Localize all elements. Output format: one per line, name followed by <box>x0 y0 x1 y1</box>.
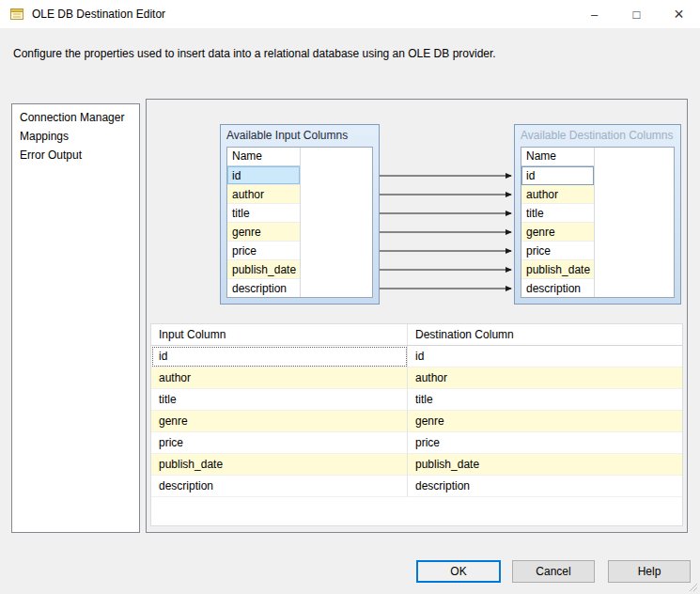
grid-cell-input[interactable]: genre <box>151 411 408 432</box>
grid-cell-destination[interactable]: publish_date <box>408 454 682 476</box>
grid-cell-destination[interactable]: genre <box>408 411 682 432</box>
grid-cell-input[interactable]: author <box>151 367 408 389</box>
cancel-button[interactable]: Cancel <box>512 560 595 583</box>
grid-row-genre: genre genre <box>151 411 682 432</box>
destination-row-description[interactable]: description <box>521 279 594 298</box>
input-row-price[interactable]: price <box>227 242 300 260</box>
sidebar-item-mappings[interactable]: Mappings <box>12 127 139 146</box>
grid-header-row: Input Column Destination Column <box>151 324 682 346</box>
destination-name-column: Name id author title genre price publish… <box>521 148 595 297</box>
page-list: Connection Manager Mappings Error Output <box>11 103 140 533</box>
minimize-button[interactable]: – <box>573 0 615 28</box>
sidebar-item-connection-manager[interactable]: Connection Manager <box>12 108 139 127</box>
grid-row-title: title title <box>151 389 682 411</box>
window-title: OLE DB Destination Editor <box>32 0 165 28</box>
input-box-list: Name id author title genre price publish… <box>226 147 373 298</box>
grid-cell-destination[interactable]: price <box>408 432 682 454</box>
grid-row-description: description description <box>151 476 682 497</box>
input-name-column: Name id author title genre price publish… <box>227 148 301 297</box>
app-icon <box>9 7 24 22</box>
grid-cell-destination[interactable]: author <box>408 367 682 389</box>
destination-row-publish-date[interactable]: publish_date <box>521 260 594 279</box>
close-button[interactable]: × <box>658 0 700 28</box>
input-row-genre[interactable]: genre <box>227 223 300 242</box>
input-box-title: Available Input Columns <box>221 125 379 146</box>
sidebar-item-error-output[interactable]: Error Output <box>12 146 139 164</box>
available-destination-columns-box: Available Destination Columns Name id au… <box>514 124 681 305</box>
ok-button[interactable]: OK <box>416 560 501 583</box>
grid-cell-input[interactable]: title <box>151 389 408 411</box>
grid-cell-input[interactable]: id <box>151 346 408 367</box>
input-row-description[interactable]: description <box>227 279 300 298</box>
grid-cell-destination[interactable]: id <box>408 346 682 367</box>
grid-row-author: author author <box>151 367 682 389</box>
grid-cell-destination[interactable]: description <box>408 476 682 497</box>
dialog-description: Configure the properties used to insert … <box>13 47 680 60</box>
grid-cell-input[interactable]: price <box>151 432 408 454</box>
grid-cell-destination[interactable]: title <box>408 389 682 411</box>
grid-row-price: price price <box>151 432 682 454</box>
available-input-columns-box: Available Input Columns Name id author t… <box>220 124 380 305</box>
ole-db-destination-editor-dialog: OLE DB Destination Editor – □ × Configur… <box>0 0 700 594</box>
grid-cell-input[interactable]: publish_date <box>151 454 408 476</box>
destination-name-header: Name <box>521 148 594 166</box>
window-controls: – □ × <box>573 0 700 28</box>
input-row-id[interactable]: id <box>227 166 300 185</box>
help-button[interactable]: Help <box>608 560 691 583</box>
grid-header-destination-column: Destination Column <box>408 324 682 345</box>
input-row-publish-date[interactable]: publish_date <box>227 260 300 279</box>
destination-row-author[interactable]: author <box>521 185 594 204</box>
destination-box-title: Available Destination Columns <box>515 125 680 146</box>
resize-grip-icon[interactable] <box>687 581 698 592</box>
input-row-author[interactable]: author <box>227 185 300 204</box>
grid-cell-input[interactable]: description <box>151 476 408 497</box>
input-row-title[interactable]: title <box>227 204 300 223</box>
destination-row-genre[interactable]: genre <box>521 223 594 242</box>
maximize-button[interactable]: □ <box>615 0 658 28</box>
input-name-header: Name <box>227 148 300 166</box>
destination-row-id[interactable]: id <box>521 166 594 185</box>
grid-row-publish-date: publish_date publish_date <box>151 454 682 476</box>
grid-row-id: id id <box>151 346 682 367</box>
mappings-panel: Available Input Columns Name id author t… <box>146 99 688 533</box>
grid-header-input-column: Input Column <box>151 324 408 345</box>
destination-row-price[interactable]: price <box>521 242 594 260</box>
destination-row-title[interactable]: title <box>521 204 594 223</box>
mapping-grid: Input Column Destination Column id id au… <box>150 323 683 526</box>
title-bar: OLE DB Destination Editor – □ × <box>0 0 700 28</box>
destination-box-list: Name id author title genre price publish… <box>521 147 675 298</box>
